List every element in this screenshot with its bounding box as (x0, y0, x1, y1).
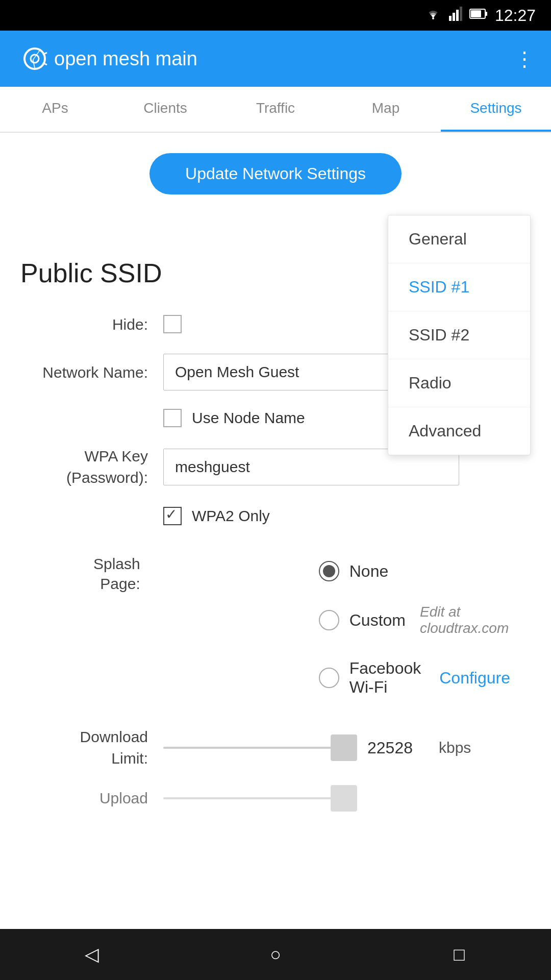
download-limit-track (163, 747, 357, 749)
hide-label: Hide: (20, 314, 163, 334)
tab-settings[interactable]: Settings (441, 87, 551, 132)
tab-clients[interactable]: Clients (110, 87, 220, 132)
upload-control (163, 797, 531, 799)
back-button[interactable]: ◁ (71, 934, 112, 975)
status-bar: 12:27 (0, 0, 551, 31)
overflow-menu-button[interactable]: ⋮ (514, 47, 536, 70)
tab-aps[interactable]: APs (0, 87, 110, 132)
wpa2-only-checkbox[interactable] (163, 507, 182, 525)
dropdown-item-ssid1[interactable]: SSID #1 (388, 263, 530, 311)
splash-facebook-configure-link[interactable]: Configure (439, 669, 510, 688)
wpa2-only-label: WPA2 Only (192, 507, 270, 525)
tabs-bar: APs Clients Traffic Map Settings (0, 87, 551, 133)
hide-checkbox[interactable] (163, 315, 182, 333)
splash-custom-radio[interactable] (319, 610, 339, 630)
splash-facebook-radio[interactable] (319, 668, 339, 688)
wpa-key-label: WPA Key(Password): (20, 446, 163, 488)
update-button-row: Update Network Settings (0, 133, 551, 210)
battery-icon (469, 8, 488, 23)
app-logo: 〈 (15, 43, 46, 74)
download-limit-row: DownloadLimit: 22528 kbps (0, 717, 551, 778)
navigation-dropdown: General SSID #1 SSID #2 Radio Advanced (388, 215, 531, 455)
tab-map[interactable]: Map (331, 87, 441, 132)
download-limit-control: 22528 kbps (163, 739, 531, 757)
splash-page-row: SplashPage: None Custom Edit at cloudtra… (0, 534, 551, 717)
home-button[interactable]: ○ (255, 934, 296, 975)
app-bar: 〈 open mesh main ⋮ (0, 31, 551, 87)
status-time: 12:27 (495, 6, 536, 25)
dropdown-item-advanced[interactable]: Advanced (388, 407, 530, 455)
download-limit-thumb[interactable] (331, 734, 357, 761)
network-name-label: Network Name: (20, 362, 163, 382)
dropdown-item-radio[interactable]: Radio (388, 359, 530, 407)
svg-rect-1 (449, 16, 452, 21)
splash-none-row: None (319, 550, 531, 593)
dropdown-item-ssid2[interactable]: SSID #2 (388, 311, 530, 359)
splash-none-label: None (349, 562, 389, 581)
splash-custom-sublabel: Edit at cloudtrax.com (420, 604, 510, 636)
use-node-name-checkbox[interactable] (163, 409, 182, 427)
splash-page-radio-group: None Custom Edit at cloudtrax.com Facebo… (156, 550, 531, 708)
download-limit-label: DownloadLimit: (20, 726, 163, 769)
svg-rect-4 (460, 7, 462, 21)
svg-rect-3 (456, 10, 459, 21)
splash-facebook-row: Facebook Wi-Fi Configure (319, 648, 531, 708)
app-bar-title: open mesh main (54, 48, 197, 70)
svg-rect-2 (453, 13, 455, 21)
nav-bar: ◁ ○ □ (0, 929, 551, 980)
upload-row: Upload (0, 778, 551, 818)
update-network-settings-button[interactable]: Update Network Settings (149, 153, 402, 194)
signal-icon (449, 7, 462, 24)
upload-label: Upload (20, 788, 163, 809)
splash-none-radio[interactable] (319, 561, 339, 581)
svg-rect-7 (471, 10, 481, 17)
upload-thumb[interactable] (331, 785, 357, 812)
main-content: Update Network Settings General SSID #1 … (0, 133, 551, 980)
status-icons: 12:27 (424, 6, 536, 25)
tab-traffic[interactable]: Traffic (220, 87, 331, 132)
splash-page-label: SplashPage: (20, 550, 156, 594)
splash-custom-label: Custom (349, 611, 406, 630)
recent-apps-button[interactable]: □ (439, 934, 480, 975)
splash-custom-row: Custom Edit at cloudtrax.com (319, 593, 531, 648)
download-limit-value: 22528 (367, 739, 429, 757)
app-bar-left: 〈 open mesh main (15, 43, 197, 74)
download-limit-unit: kbps (439, 739, 471, 756)
wpa2-only-row: WPA2 Only (0, 498, 551, 534)
upload-track (163, 797, 357, 799)
splash-facebook-label: Facebook Wi-Fi (349, 659, 421, 697)
svg-point-0 (432, 17, 434, 19)
hamburger-row: General SSID #1 SSID #2 Radio Advanced (0, 210, 551, 248)
dropdown-item-general[interactable]: General (388, 215, 530, 263)
wifi-icon (424, 7, 442, 24)
svg-rect-6 (485, 12, 487, 16)
use-node-name-label: Use Node Name (192, 409, 305, 427)
